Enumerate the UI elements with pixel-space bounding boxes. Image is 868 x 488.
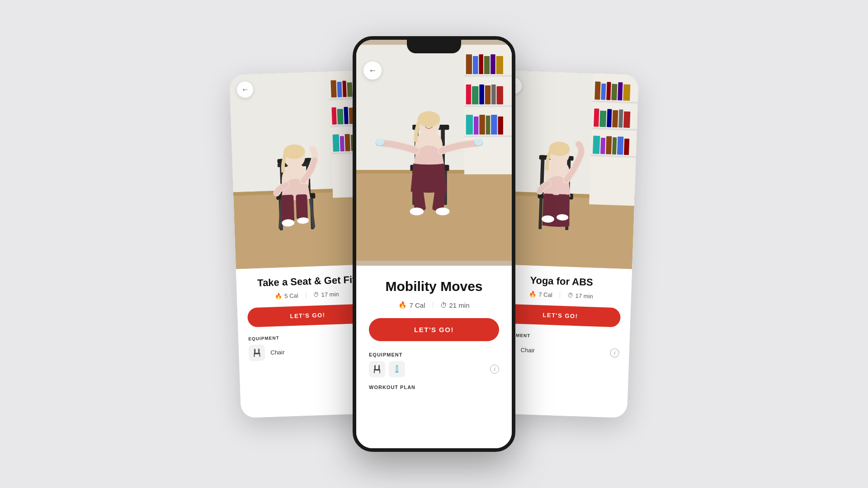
svg-rect-116 [600, 138, 605, 154]
bottle-icon-center [389, 361, 405, 377]
duration-right: ⏱ 17 min [567, 292, 593, 300]
info-icon-center[interactable]: i [490, 365, 499, 374]
card-center-image: ← [356, 40, 512, 266]
svg-rect-120 [624, 139, 629, 155]
chair-name-left: Chair [270, 349, 285, 356]
clock-icon-right: ⏱ [567, 292, 573, 299]
svg-rect-113 [618, 109, 623, 127]
svg-rect-107 [618, 82, 623, 100]
calories-right: 🔥 7 Cal [529, 291, 552, 299]
workout-title-right: Yoga for ABS [501, 273, 622, 290]
svg-rect-66 [474, 117, 479, 135]
info-icon-right[interactable]: i [610, 348, 619, 358]
fire-icon-left: 🔥 [275, 293, 283, 300]
stat-divider-left [305, 292, 306, 299]
svg-rect-57 [491, 54, 495, 74]
svg-rect-104 [601, 84, 606, 100]
duration-center: ⏱ 21 min [440, 301, 470, 309]
card-center-content: Mobility Moves 🔥 7 Cal ⏱ 21 min LET'S GO… [356, 266, 512, 448]
svg-rect-117 [606, 136, 612, 154]
equipment-section-right: EQUIPMENT Chair [499, 333, 620, 361]
svg-rect-68 [486, 116, 491, 135]
svg-rect-115 [593, 136, 600, 154]
phone-notch [407, 40, 461, 53]
equipment-label-center: EQUIPMENT [369, 352, 499, 357]
workout-plan-section: WORKOUT PLAN [369, 385, 499, 390]
lets-go-button-right[interactable]: LET'S GO! [500, 304, 621, 328]
svg-rect-21 [345, 134, 350, 151]
svg-rect-13 [331, 107, 336, 124]
svg-rect-10 [347, 82, 353, 97]
fire-icon-right: 🔥 [529, 291, 537, 298]
workout-stats-center: 🔥 7 Cal ⏱ 21 min [369, 301, 499, 309]
svg-rect-129 [557, 194, 569, 217]
equipment-section-left: EQUIPMENT Chair [248, 333, 369, 361]
svg-rect-42 [258, 349, 259, 353]
equipment-section-center: EQUIPMENT [369, 352, 499, 377]
fire-icon-center: 🔥 [398, 301, 407, 309]
svg-rect-50 [464, 75, 512, 77]
svg-rect-85 [474, 139, 483, 143]
svg-rect-119 [617, 136, 623, 155]
svg-rect-35 [281, 195, 294, 222]
equipment-row-right: Chair i [499, 341, 619, 361]
svg-rect-83 [376, 139, 384, 143]
svg-rect-103 [594, 81, 600, 99]
equipment-row-center: i [369, 361, 499, 377]
stat-divider-center [433, 302, 433, 308]
svg-rect-92 [379, 370, 380, 373]
lets-go-button-left[interactable]: LET'S GO! [247, 304, 368, 328]
chair-name-right: Chair [521, 347, 535, 354]
svg-rect-109 [594, 108, 599, 127]
svg-rect-128 [542, 193, 554, 219]
svg-rect-65 [466, 115, 473, 135]
lets-go-button-center[interactable]: LET'S GO! [369, 318, 499, 341]
svg-rect-114 [623, 112, 630, 128]
equipment-label-left: EQUIPMENT [248, 333, 368, 342]
chair-icon-left [249, 345, 265, 361]
svg-rect-105 [606, 82, 611, 100]
svg-rect-94 [396, 365, 398, 366]
svg-rect-108 [623, 84, 630, 101]
svg-point-95 [395, 371, 399, 373]
svg-rect-14 [337, 109, 344, 124]
svg-rect-44 [254, 354, 255, 357]
svg-rect-90 [374, 369, 380, 371]
svg-rect-43 [254, 353, 260, 354]
svg-rect-67 [479, 115, 485, 135]
svg-rect-89 [378, 365, 380, 370]
workout-title-left: Take a Seat & Get Fit [246, 273, 367, 290]
svg-rect-51 [464, 105, 512, 107]
equipment-items-left: Chair [249, 344, 285, 361]
workout-plan-label: WORKOUT PLAN [369, 385, 499, 390]
svg-rect-111 [607, 109, 612, 127]
svg-rect-62 [485, 85, 491, 104]
clock-icon-center: ⏱ [440, 301, 447, 309]
svg-point-80 [410, 207, 424, 215]
svg-rect-112 [612, 110, 618, 127]
workout-title-center: Mobility Moves [369, 278, 499, 295]
svg-rect-88 [374, 365, 376, 370]
svg-rect-61 [479, 84, 484, 104]
svg-rect-70 [498, 117, 503, 135]
svg-rect-69 [491, 115, 497, 135]
svg-rect-56 [484, 56, 490, 74]
svg-rect-9 [342, 81, 346, 97]
svg-rect-106 [611, 84, 617, 100]
clock-icon-left: ⏱ [313, 291, 319, 298]
duration-left: ⏱ 17 min [313, 291, 339, 299]
card-center: ← [353, 36, 515, 452]
stat-divider-right [559, 292, 560, 299]
svg-rect-91 [374, 370, 375, 373]
svg-rect-60 [472, 86, 478, 104]
svg-rect-63 [491, 84, 496, 104]
back-button-center[interactable]: ← [363, 61, 382, 80]
chair-icon-center [369, 361, 385, 377]
svg-rect-118 [612, 137, 617, 155]
svg-rect-55 [479, 54, 483, 74]
svg-rect-53 [466, 54, 472, 74]
svg-rect-93 [396, 366, 398, 372]
calories-left: 🔥 5 Cal [275, 292, 298, 300]
calories-center: 🔥 7 Cal [398, 301, 425, 309]
svg-rect-58 [496, 56, 503, 74]
